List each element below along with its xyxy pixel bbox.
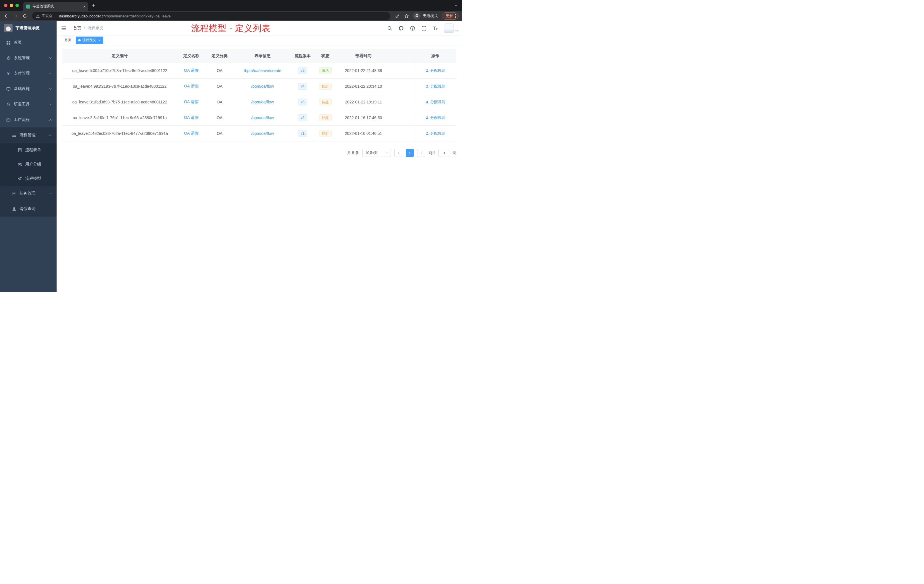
row-spacer [390,63,414,78]
browser-tab[interactable]: 芋道管理系统 × [23,2,88,11]
sidebar-logo[interactable]: 芋道管理系统 [0,21,56,35]
version-tag: v1 [298,130,307,137]
form-link[interactable]: /bpm/oa/leave/create [244,68,281,73]
table-row: oa_leave:2:3c1f0ef1-76b1-11ec-9c66-a2380… [62,110,456,126]
prev-page-button[interactable] [394,149,402,157]
monitor-icon [6,87,11,91]
font-size-icon[interactable] [431,23,440,33]
breadcrumb-home[interactable]: 首页 [73,26,81,31]
definition-name-link[interactable]: OA 请假 [184,99,198,105]
column-header-version: 流程版本 [291,49,314,63]
sidebar-item-system-mgmt[interactable]: 系统管理 [0,50,56,66]
bookmark-star-icon[interactable] [402,12,411,20]
sidebar-item-home[interactable]: 首页 [0,35,56,50]
address-bar[interactable]: 不安全 dashboard.yudao.iocoder.cn/bpm/manag… [32,12,390,20]
assign-rule-link[interactable]: 分配规则 [426,84,445,89]
page-size-select[interactable]: 10条/页 [362,149,391,157]
sidebar-item-leave-query[interactable]: 请假查询 [0,201,56,216]
new-tab-button[interactable]: + [92,2,96,9]
goto-page-input[interactable] [438,149,450,157]
definition-name-link[interactable]: OA 请假 [184,84,198,89]
avatar[interactable] [444,23,454,33]
chevron-down-icon [49,87,52,91]
list-icon [12,133,16,137]
sidebar-menu: 首页 系统管理 ¥ 支付管理 基础设施 [0,35,56,216]
chevron-right-icon [420,152,423,155]
search-icon[interactable] [385,23,394,33]
annotation-title: 流程模型 - 定义列表 [191,23,271,34]
browser-menu-icon[interactable] [455,14,456,18]
logo-title: 芋道管理系统 [15,25,40,31]
sidebar-item-process-model[interactable]: 流程模型 [0,172,56,186]
not-secure-warning-icon[interactable] [36,14,40,18]
table-row: oa_leave:5:004b710b-7b8a-11ec-8ef0-acde4… [62,63,456,79]
tag-home[interactable]: 首页 [62,36,74,44]
tab-close-icon[interactable]: × [83,4,86,8]
form-link[interactable]: /bpm/oa/flow [251,84,274,89]
sidebar-item-process-mgmt[interactable]: 流程管理 [0,127,56,143]
table-header-row: 定义编号 定义名称 定义分类 表单信息 流程版本 状态 部署时间 操作 [62,49,456,63]
assign-rule-link[interactable]: 分配规则 [426,131,445,136]
help-icon[interactable] [408,23,417,33]
chevron-down-icon [49,192,52,195]
zoom-window-button[interactable] [15,4,19,7]
next-page-button[interactable] [417,149,425,157]
column-header-action: 操作 [414,49,456,63]
tag-process-definition[interactable]: 流程定义 × [76,36,103,44]
sidebar-item-label: 工作流程 [14,117,30,122]
incognito-indicator: 无痕模式 [413,12,438,20]
definition-name-link[interactable]: OA 请假 [184,68,198,73]
sidebar-item-dev-tools[interactable]: 研发工具 [0,97,56,112]
sidebar-item-payment-mgmt[interactable]: ¥ 支付管理 [0,66,56,81]
sidebar-item-infrastructure[interactable]: 基础设施 [0,81,56,97]
definition-name-link[interactable]: OA 请假 [184,131,198,136]
assign-rule-link[interactable]: 分配规则 [426,115,445,120]
tab-title: 芋道管理系统 [33,4,81,9]
sidebar-item-process-form[interactable]: 流程表单 [0,143,56,157]
table-row: oa_leave:4:991f2193-7b7f-11ec-a3c8-acde4… [62,79,456,94]
deploy-time: 2022-01-16 17:46:53 [337,110,390,125]
assign-rule-link[interactable]: 分配规则 [426,68,445,73]
row-spacer [390,94,414,110]
column-header-name: 定义名称 [177,49,205,63]
definition-category: OA [205,94,234,110]
column-header-category: 定义分类 [205,49,234,63]
current-page-button[interactable]: 1 [406,149,414,157]
definition-id: oa_leave:1:482ec033-762a-11ec-8477-a2380… [62,126,177,141]
form-link[interactable]: /bpm/oa/flow [251,100,274,104]
row-spacer [390,110,414,125]
github-icon[interactable] [396,23,406,33]
form-link[interactable]: /bpm/oa/flow [251,131,274,136]
tag-label: 首页 [64,38,71,43]
close-window-button[interactable] [4,4,7,7]
form-link[interactable]: /bpm/oa/flow [251,115,274,120]
sidebar-item-task-mgmt[interactable]: 任务管理 [0,186,56,201]
sidebar-fold-icon[interactable] [56,21,71,35]
user-icon [426,132,429,135]
back-button[interactable] [2,12,11,20]
definition-name-link[interactable]: OA 请假 [184,115,198,120]
deploy-time: 2022-01-16 01:40:51 [337,126,390,141]
minimize-window-button[interactable] [10,4,13,7]
assign-rule-label: 分配规则 [430,115,445,120]
definition-id: oa_leave:3:1fad3d93-7b75-11ec-a3c8-acde4… [62,94,177,110]
forward-button[interactable] [12,12,20,20]
goto-page: 前往 页 [429,149,456,157]
deploy-time: 2022-01-22 19:19:11 [337,94,390,110]
password-key-icon[interactable] [393,12,402,20]
tag-close-icon[interactable]: × [98,38,101,42]
assign-rule-link[interactable]: 分配规则 [426,99,445,105]
goto-label: 前往 [429,150,436,155]
tab-search-chevron-icon[interactable] [454,4,457,7]
sidebar-item-user-group[interactable]: 用户分组 [0,157,56,172]
browser-tab-strip: 芋道管理系统 × + [0,0,462,11]
user-icon [426,69,429,72]
window-controls [0,4,22,7]
reload-button[interactable] [21,12,29,20]
fullscreen-icon[interactable] [419,23,429,33]
chevron-down-icon [49,56,52,60]
sidebar-item-workflow[interactable]: 工作流程 [0,112,56,127]
tab-favicon-icon [26,5,30,8]
chrome-update-button[interactable]: 更新 [442,12,459,20]
user-avatar-menu[interactable] [444,23,458,33]
